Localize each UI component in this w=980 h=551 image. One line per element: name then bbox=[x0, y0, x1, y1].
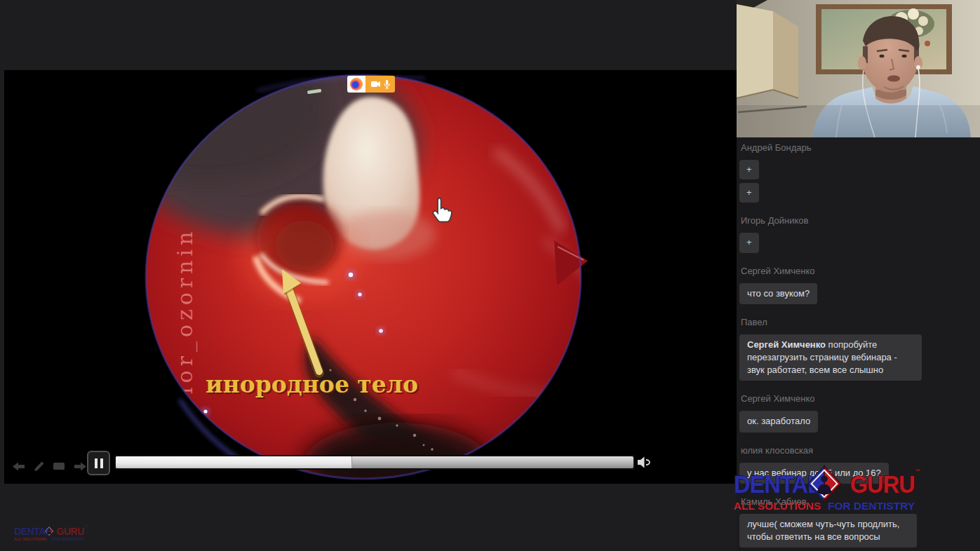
firefox-icon bbox=[347, 76, 365, 93]
pause-icon bbox=[95, 458, 98, 468]
dental-guru-logo-dim: DENTAL GURU™ ALL SOLUTIONS FOR DENTISTRY bbox=[14, 525, 84, 541]
chat-author: юлия клосовская bbox=[741, 445, 980, 456]
webcam-video bbox=[737, 0, 980, 137]
forward-arrow-icon[interactable] bbox=[73, 461, 86, 472]
chat-message: Сергей Химченко попробуйте перезагрузить… bbox=[739, 334, 922, 381]
camera-icon bbox=[371, 81, 380, 88]
chat-author: Андрей Бондарь bbox=[741, 142, 980, 153]
chat-author: Сергей Химченко bbox=[741, 393, 980, 404]
chat-author: Сергей Химченко bbox=[741, 266, 980, 276]
annotation-label: инородное тело bbox=[206, 371, 418, 398]
chat-message: что со звуком? bbox=[739, 283, 817, 304]
brand-word-guru: GURU™ bbox=[57, 526, 84, 537]
webcam-scene bbox=[737, 0, 980, 137]
endoscope-video[interactable]: lor_ozornin инородное тело инородное тел… bbox=[4, 70, 737, 484]
shared-devices bbox=[365, 76, 395, 93]
chat-mention: Сергей Химченко bbox=[747, 339, 826, 350]
volume-icon[interactable] bbox=[638, 456, 652, 468]
pencil-icon[interactable] bbox=[33, 461, 46, 472]
chat-author: Павел bbox=[741, 317, 980, 327]
frame-icon[interactable] bbox=[53, 461, 66, 471]
microphone-icon bbox=[384, 80, 390, 89]
pause-button[interactable] bbox=[87, 451, 110, 475]
dental-guru-diamond-icon bbox=[43, 525, 55, 536]
hand-pointer-icon bbox=[431, 196, 455, 224]
trademark-symbol: ™ bbox=[915, 468, 920, 475]
seek-bar-played bbox=[116, 456, 352, 468]
back-arrow-icon[interactable] bbox=[13, 461, 26, 472]
chat-message: + bbox=[739, 160, 759, 179]
video-watermark-handle: lor_ozornin bbox=[173, 227, 198, 394]
annotation-toolbar bbox=[13, 461, 86, 472]
sharing-indicator-badge[interactable] bbox=[347, 76, 395, 93]
endoscope-scene: lor_ozornin инородное тело инородное тел… bbox=[4, 70, 737, 484]
chat-message: лучше( сможем чуть-чуть продлить, чтобы … bbox=[739, 514, 917, 547]
brand-word-guru: GURU™ bbox=[850, 470, 915, 498]
dental-guru-diamond-icon bbox=[805, 465, 843, 503]
chat-author: Игорь Дойников bbox=[741, 215, 980, 226]
webinar-page: { "page": { "background": "#1d1d1f" }, "… bbox=[0, 0, 980, 551]
seek-bar[interactable] bbox=[114, 455, 635, 470]
chat-message: + bbox=[739, 183, 759, 203]
dental-guru-watermark: DENTAL GURU™ ALL SOLUTIONS FOR DENTISTRY bbox=[734, 469, 915, 512]
chat-message: ок. заработало bbox=[739, 411, 818, 432]
chat-message: + bbox=[739, 233, 759, 252]
